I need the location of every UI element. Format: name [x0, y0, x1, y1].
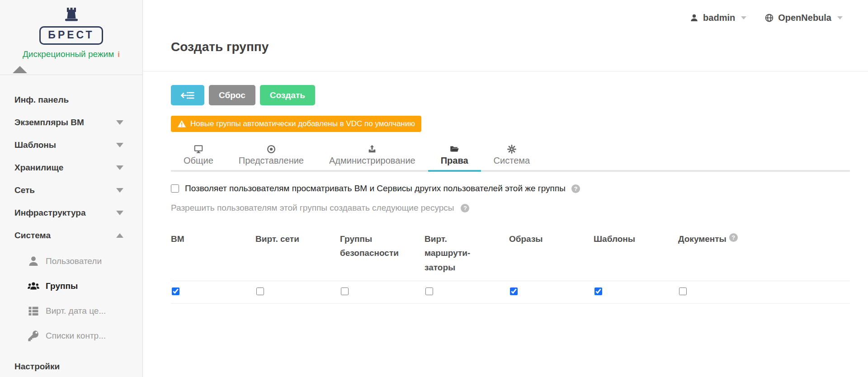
eye-icon [266, 143, 276, 154]
checkbox-vm[interactable] [172, 287, 179, 295]
sidebar-item-vdc[interactable]: Вирт. дата це... [0, 298, 142, 323]
table-row [171, 281, 850, 304]
page-title: Создать группу [171, 40, 269, 54]
sidebar-item-infrastructure[interactable]: Инфраструктура [0, 202, 142, 224]
checkbox-vnets[interactable] [256, 287, 264, 295]
brand-logo[interactable]: БРЕСТ [0, 0, 142, 45]
brand-name: БРЕСТ [39, 26, 103, 45]
tab-general[interactable]: Общие [171, 143, 226, 172]
sidebar-item-network[interactable]: Сеть [0, 179, 142, 202]
sidebar-item-users[interactable]: Пользователи [0, 249, 142, 273]
checkbox-images[interactable] [510, 287, 518, 295]
chevron-down-icon [837, 16, 843, 19]
th-templates: Шаблоны [594, 232, 678, 274]
th-vrouters: Вирт. маршрути­заторы [425, 232, 509, 274]
chevron-down-icon [116, 143, 123, 147]
sidebar-item-label: Инфраструктура [14, 208, 86, 217]
checkbox-secgroups[interactable] [341, 287, 349, 295]
checkbox-vrouters[interactable] [425, 287, 433, 295]
list-grid-icon [27, 305, 40, 317]
sidebar-item-acl[interactable]: Списки контр... [0, 323, 142, 348]
users-group-icon [27, 280, 40, 292]
tab-label: Общие [184, 156, 213, 166]
sidebar-item-label: Пользователи [46, 256, 102, 266]
tab-label: Представление [239, 156, 304, 166]
app-root: БРЕСТ Дискреционный режимi Инф. панель Э… [0, 0, 868, 377]
sidebar-item-label: Группы [46, 281, 78, 291]
chevron-up-icon [116, 233, 123, 238]
th-documents: Документы ? [678, 232, 763, 274]
help-icon[interactable]: ? [461, 204, 469, 212]
cell-documents [678, 287, 763, 297]
create-button[interactable]: Создать [260, 85, 315, 105]
tab-label: Система [494, 156, 530, 166]
sidebar-item-label: Экземпляры ВМ [14, 118, 84, 127]
cell-images [509, 287, 594, 297]
sidebar-item-dashboard[interactable]: Инф. панель [0, 89, 142, 111]
chevron-down-icon [116, 120, 123, 125]
table-header-row: ВМ Вирт. сети Группы безопасности Вирт. … [171, 232, 850, 274]
mode-row: Дискреционный режимi [0, 49, 142, 59]
tab-permissions[interactable]: Права [428, 143, 481, 172]
tab-admin[interactable]: Администрирование [316, 143, 428, 172]
main-content: Сброс Создать Новые группы автоматически… [143, 71, 868, 377]
resources-hint-label: Разрешить пользователям этой группы созд… [171, 203, 454, 213]
sidebar-item-label: Инф. панель [14, 95, 69, 104]
sidebar-item-system[interactable]: Система [0, 224, 142, 247]
sidebar-item-storage[interactable]: Хранилище [0, 156, 142, 179]
sidebar-item-groups[interactable]: Группы [0, 273, 142, 298]
tab-system[interactable]: Система [481, 143, 543, 172]
checkbox-documents[interactable] [679, 287, 687, 295]
topbar: Создать группу badmin OpenNebula [143, 0, 868, 71]
warning-banner: Новые группы автоматически добавлены в V… [171, 116, 421, 132]
resources-table: ВМ Вирт. сети Группы безопасности Вирт. … [171, 232, 850, 304]
cell-templates [594, 287, 678, 297]
sidebar-item-label: Сеть [14, 185, 35, 195]
sidebar: БРЕСТ Дискреционный режимi Инф. панель Э… [0, 0, 143, 377]
sidebar-item-label: Система [14, 231, 51, 240]
back-list-icon [180, 90, 195, 100]
sidebar-item-label: Списки контр... [46, 331, 106, 341]
info-icon[interactable]: i [118, 50, 120, 59]
sidebar-menu: Инф. панель Экземпляры ВМ Шаблоны Хранил… [0, 75, 142, 377]
sidebar-item-templates[interactable]: Шаблоны [0, 134, 142, 156]
checkbox-templates[interactable] [594, 287, 602, 295]
sidebar-item-label: Шаблоны [14, 140, 56, 150]
back-to-list-button[interactable] [171, 85, 204, 105]
sidebar-collapse-arrow-icon[interactable] [13, 66, 27, 73]
th-secgroups: Группы безопасности [340, 232, 425, 274]
tab-views[interactable]: Представление [226, 143, 316, 172]
view-permission-row: Позволяет пользователям просматривать ВМ… [171, 184, 850, 193]
cell-vm [171, 287, 255, 297]
chevron-down-icon [741, 16, 746, 19]
cell-secgroups [340, 287, 425, 297]
zone-menu[interactable]: OpenNebula [764, 13, 843, 23]
help-icon[interactable]: ? [571, 184, 580, 193]
tab-label: Администрирование [329, 156, 415, 166]
th-vnets: Вирт. сети [255, 232, 340, 274]
warning-text: Новые группы автоматически добавлены в V… [190, 119, 415, 128]
reset-button[interactable]: Сброс [209, 85, 255, 105]
account-area: badmin OpenNebula [689, 13, 843, 23]
monitor-icon [193, 143, 203, 154]
sidebar-item-vm-instances[interactable]: Экземпляры ВМ [0, 111, 142, 134]
sidebar-item-settings[interactable]: Настройки [0, 355, 142, 377]
globe-icon [764, 13, 774, 23]
cell-vnets [255, 287, 340, 297]
chevron-down-icon [116, 188, 123, 193]
th-images: Образы [509, 232, 594, 274]
view-permission-checkbox[interactable] [171, 184, 179, 193]
folder-open-icon [449, 143, 459, 154]
view-permission-label: Позволяет пользователям просматривать ВМ… [185, 184, 566, 193]
tab-bar: Общие Представление Администрирование Пр… [171, 143, 850, 172]
resources-hint-row: Разрешить пользователям этой группы созд… [171, 203, 850, 213]
sidebar-item-label: Вирт. дата це... [46, 306, 106, 316]
username: badmin [703, 13, 735, 23]
help-icon[interactable]: ? [729, 233, 738, 242]
tab-label: Права [441, 156, 468, 166]
chevron-down-icon [116, 211, 123, 215]
warning-icon [177, 119, 186, 128]
key-icon [27, 330, 40, 342]
system-submenu: Пользователи Группы [0, 247, 142, 349]
user-menu[interactable]: badmin [689, 13, 746, 23]
